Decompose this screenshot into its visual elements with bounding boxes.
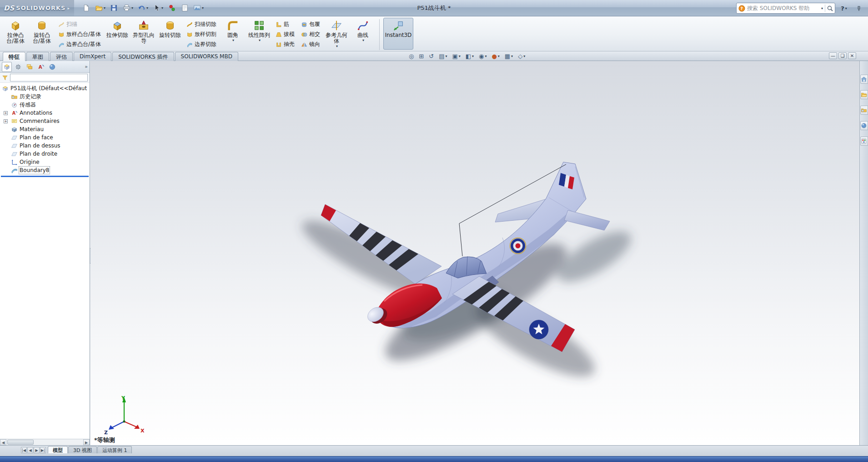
tab-sketch[interactable]: 草图 (26, 52, 49, 61)
tree-item-origin[interactable]: Origine (0, 158, 90, 166)
tree-item-right-plane[interactable]: Plan de droite (0, 150, 90, 158)
display-options-button[interactable]: ▾ (191, 2, 206, 14)
appearances-button[interactable] (860, 121, 868, 130)
extrude-boss-button[interactable]: 拉伸凸台/基体 (3, 18, 28, 50)
expand-icon[interactable]: + (4, 119, 8, 123)
sweep-button[interactable]: 扫描 (55, 20, 104, 29)
help-button[interactable]: ? ▾ (838, 2, 850, 14)
tree-item-comments[interactable]: + Commentaires (0, 117, 90, 125)
file-properties-button[interactable] (179, 2, 191, 14)
tree-item-annotations[interactable]: + Annotations (0, 109, 90, 117)
next-tab-button[interactable]: ▶ (34, 447, 40, 453)
rebuild-button[interactable] (166, 2, 178, 14)
search-icon[interactable] (827, 5, 833, 11)
first-tab-button[interactable]: |◀ (21, 447, 27, 453)
linear-pattern-button[interactable]: 线性阵列 ▾ (246, 18, 272, 50)
boundary-cut-button[interactable]: 边界切除 (184, 40, 219, 49)
save-button[interactable] (108, 2, 120, 14)
boundary-boss-button[interactable]: 边界凸台/基体 (55, 40, 104, 49)
fm-tabs-overflow-button[interactable]: » (85, 64, 88, 70)
prev-tab-button[interactable]: ◀ (27, 447, 33, 453)
document-minimize-button[interactable]: — (829, 52, 837, 59)
tree-root-item[interactable]: P51战斗机 (Défaut<<Défaut (0, 84, 90, 92)
tree-filter-input[interactable] (10, 74, 88, 81)
dropdown-arrow-icon[interactable]: ▾ (362, 38, 364, 42)
fillet-button[interactable]: 圆角 ▾ (220, 18, 246, 50)
shell-button[interactable]: 抽壳 (273, 40, 297, 49)
search-input[interactable] (747, 5, 818, 11)
document-close-button[interactable]: ✕ (848, 52, 856, 59)
revolve-boss-button[interactable]: 旋转凸台/基体 (29, 18, 55, 50)
tab-evaluate[interactable]: 评估 (50, 52, 73, 61)
dimxpertmanager-tab[interactable] (36, 62, 46, 72)
edit-appearance-button[interactable]: ●▾ (490, 52, 501, 61)
mirror-button[interactable]: 镜向 (298, 40, 323, 49)
tree-item-history[interactable]: 历史记录 (0, 92, 90, 101)
hole-wizard-button[interactable]: 异型孔向导 (131, 18, 156, 50)
scrollbar-thumb[interactable] (7, 440, 34, 445)
loft-boss-button[interactable]: 放样凸台/基体 (55, 30, 104, 39)
orientation-triad[interactable]: Y X Z (102, 394, 146, 436)
apply-scene-button[interactable]: ▦▾ (503, 52, 515, 61)
scroll-right-button[interactable]: ▶ (83, 439, 90, 445)
print-button[interactable]: ▾ (121, 2, 135, 14)
rib-button[interactable]: 筋 (273, 20, 297, 29)
select-button[interactable]: ▾ (151, 2, 165, 14)
zoom-area-button[interactable]: ⊞ (417, 52, 426, 61)
view-settings-button[interactable]: ◇▾ (516, 52, 527, 61)
intersect-button[interactable]: 相交 (298, 30, 323, 39)
undo-button[interactable]: ▾ (136, 2, 150, 14)
draft-button[interactable]: 拔模 (273, 30, 297, 39)
panel-horizontal-scrollbar[interactable]: ◀ ▶ (0, 439, 90, 445)
sweep-cut-button[interactable]: 扫描切除 (184, 20, 219, 29)
propertymanager-tab[interactable] (13, 62, 23, 72)
custom-properties-button[interactable] (860, 137, 868, 146)
dropdown-arrow-icon[interactable]: ▾ (336, 44, 338, 48)
curves-button[interactable]: 曲线 ▾ (350, 18, 376, 50)
tab-dimxpert[interactable]: DimXpert (74, 52, 111, 61)
zoom-fit-button[interactable]: ◎ (407, 52, 416, 61)
tab-sw-addins[interactable]: SOLIDWORKS 插件 (112, 52, 174, 61)
graphics-area[interactable]: Y X Z *等轴测 (90, 61, 859, 445)
model-tab[interactable]: 模型 (48, 446, 68, 453)
tree-item-boundary8[interactable]: Boundary8 (0, 166, 90, 174)
motion-study-tab[interactable]: 运动算例 1 (97, 446, 132, 453)
display-style-button[interactable]: ◧▾ (464, 52, 476, 61)
wrap-button[interactable]: 包覆 (298, 20, 323, 29)
design-library-button[interactable] (860, 90, 868, 99)
scroll-left-button[interactable]: ◀ (0, 439, 6, 445)
tab-sw-mbd[interactable]: SOLIDWORKS MBD (175, 52, 238, 61)
sw-resources-button[interactable] (860, 75, 868, 84)
search-scope-arrow-icon[interactable]: ▾ (821, 6, 823, 10)
configurationmanager-tab[interactable] (25, 62, 35, 72)
3d-views-tab[interactable]: 3D 视图 (68, 446, 97, 453)
p51-model-render[interactable] (90, 61, 859, 445)
displaymanager-tab[interactable] (47, 62, 57, 72)
view-orientation-button[interactable]: ▣▾ (450, 52, 462, 61)
file-explorer-button[interactable] (860, 106, 868, 115)
open-button[interactable]: ▾ (93, 2, 107, 14)
tab-features[interactable]: 特征 (3, 52, 25, 61)
tree-item-sensors[interactable]: 传感器 (0, 101, 90, 109)
extrude-cut-button[interactable]: 拉伸切除 (105, 18, 130, 50)
reference-geometry-button[interactable]: 参考几何体 ▾ (324, 18, 349, 50)
right-stabilizer[interactable] (564, 210, 610, 230)
instant3d-button[interactable]: Instant3D (383, 18, 413, 50)
tree-item-front-plane[interactable]: Plan de face (0, 133, 90, 142)
dropdown-arrow-icon[interactable]: ▾ (232, 38, 234, 42)
pin-button[interactable] (853, 2, 864, 14)
hide-show-items-button[interactable]: ◉▾ (477, 52, 488, 61)
tree-item-material[interactable]: Materiau (0, 125, 90, 133)
featuremanager-tree-tab[interactable] (2, 62, 12, 72)
last-tab-button[interactable]: ▶| (40, 447, 46, 453)
expand-icon[interactable]: + (4, 111, 8, 115)
document-restore-button[interactable]: ❏ (838, 52, 847, 59)
section-view-button[interactable]: ▤▾ (437, 52, 449, 61)
revolve-cut-button[interactable]: 旋转切除 (157, 18, 183, 50)
previous-view-button[interactable]: ↺ (427, 52, 436, 61)
loft-cut-button[interactable]: 放样切割 (184, 30, 219, 39)
dropdown-arrow-icon[interactable]: ▾ (259, 38, 261, 42)
new-document-button[interactable] (80, 2, 92, 14)
tree-item-top-plane[interactable]: Plan de dessus (0, 142, 90, 150)
rollback-bar[interactable] (1, 176, 89, 177)
